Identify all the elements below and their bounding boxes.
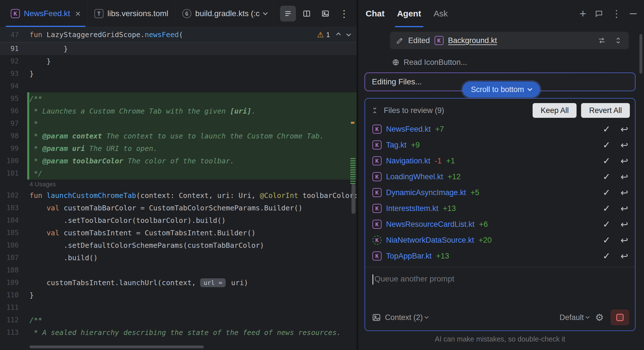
file-link[interactable]: NewsFeed.kt bbox=[386, 125, 431, 134]
code-line: 100 * @param toolbarColor The color of t… bbox=[0, 155, 357, 167]
revert-file-button[interactable]: ↩ bbox=[620, 234, 628, 246]
attach-image-icon[interactable] bbox=[372, 313, 381, 322]
code-line: 109 customTabsIntent.launchUrl(context, … bbox=[0, 276, 357, 289]
model-selector[interactable]: Default bbox=[560, 313, 589, 322]
next-warning-icon[interactable] bbox=[346, 31, 351, 36]
file-review-row[interactable]: KDynamicAsyncImage.kt+5✓↩ bbox=[365, 185, 635, 200]
line-number: 109 bbox=[0, 279, 27, 287]
prev-warning-icon[interactable] bbox=[336, 32, 341, 37]
warning-badge[interactable]: ⚠ 1 bbox=[317, 30, 330, 39]
code-line: 91 } bbox=[0, 42, 357, 55]
file-review-row[interactable]: KLoadingWheel.kt+12✓↩ bbox=[365, 169, 635, 185]
tab-ask[interactable]: Ask bbox=[427, 0, 454, 27]
close-icon[interactable]: × bbox=[75, 9, 80, 18]
collapse-icon[interactable] bbox=[371, 106, 379, 114]
file-link[interactable]: NewsResourceCardList.kt bbox=[386, 220, 474, 229]
kotlin-file-icon: K bbox=[372, 251, 382, 261]
tab-newsfeed[interactable]: K NewsFeed.kt × bbox=[4, 0, 88, 27]
tab-build-gradle[interactable]: G build.gradle.kts (:c bbox=[175, 0, 274, 27]
disclaimer-text: AI can make mistakes, so double-check it bbox=[365, 335, 635, 343]
keep-all-button[interactable]: Keep All bbox=[533, 103, 577, 118]
keep-file-button[interactable]: ✓ bbox=[603, 124, 610, 135]
file-link[interactable]: DynamicAsyncImage.kt bbox=[386, 188, 466, 197]
file-review-row[interactable]: KNewsResourceCardList.kt+6✓↩ bbox=[365, 216, 635, 232]
edited-file-card[interactable]: Edited K Background.kt bbox=[390, 32, 629, 49]
scroll-to-bottom-button[interactable]: Scroll to bottom bbox=[462, 82, 540, 97]
file-review-row[interactable]: KTopAppBar.kt+13✓↩ bbox=[365, 248, 635, 264]
editor-vertical-scrollbar[interactable] bbox=[351, 184, 355, 214]
removed-lines-count: -1 bbox=[435, 157, 442, 165]
revert-file-button[interactable]: ↩ bbox=[620, 187, 628, 198]
file-review-row[interactable]: KTag.kt+9✓↩ bbox=[365, 137, 635, 153]
keep-file-button[interactable]: ✓ bbox=[603, 251, 610, 261]
stop-button[interactable] bbox=[611, 310, 629, 325]
editor-horizontal-scrollbar[interactable] bbox=[29, 345, 204, 348]
file-review-row[interactable]: KNavigation.kt-1+1✓↩ bbox=[365, 153, 635, 169]
file-link[interactable]: NiaNetworkDataSource.kt bbox=[386, 236, 474, 245]
keep-file-button[interactable]: ✓ bbox=[603, 140, 610, 150]
revert-file-button[interactable]: ↩ bbox=[620, 171, 628, 182]
new-chat-icon[interactable]: + bbox=[580, 8, 586, 19]
diff-icon[interactable] bbox=[598, 36, 606, 45]
file-review-row[interactable]: KInterestsItem.kt+13✓↩ bbox=[365, 200, 635, 216]
kotlin-network-file-icon: K bbox=[372, 236, 382, 245]
tab-chat[interactable]: Chat bbox=[366, 0, 391, 27]
list-view-icon[interactable] bbox=[280, 6, 296, 22]
line-number: 110 bbox=[0, 291, 27, 299]
image-preview-icon[interactable] bbox=[317, 6, 333, 22]
revert-all-button[interactable]: Revert All bbox=[581, 103, 630, 118]
file-link[interactable]: LoadingWheel.kt bbox=[386, 172, 443, 181]
editor-pane: K NewsFeed.kt × T libs.versions.toml G b… bbox=[0, 0, 357, 350]
kotlin-file-icon: K bbox=[372, 156, 382, 165]
file-link[interactable]: TopAppBar.kt bbox=[386, 252, 432, 261]
revert-file-button[interactable]: ↩ bbox=[620, 139, 628, 151]
keep-file-button[interactable]: ✓ bbox=[603, 155, 610, 166]
read-step-row[interactable]: Read IconButton... bbox=[392, 56, 635, 69]
line-number: 108 bbox=[0, 266, 27, 274]
revert-file-button[interactable]: ↩ bbox=[620, 219, 628, 230]
conversations-icon[interactable] bbox=[595, 9, 603, 18]
chat-more-options-icon[interactable]: ⋮ bbox=[612, 8, 621, 19]
split-editor-icon[interactable] bbox=[299, 6, 315, 22]
warning-icon: ⚠ bbox=[317, 30, 324, 39]
file-link[interactable]: Navigation.kt bbox=[386, 157, 430, 165]
usages-inlay-hint[interactable]: 4 Usages bbox=[29, 181, 56, 188]
revert-file-button[interactable]: ↩ bbox=[620, 123, 628, 135]
revert-file-button[interactable]: ↩ bbox=[620, 250, 628, 262]
context-selector[interactable]: Context (2) bbox=[385, 313, 428, 322]
keep-file-button[interactable]: ✓ bbox=[603, 171, 610, 182]
tab-agent[interactable]: Agent bbox=[391, 0, 427, 27]
more-options-icon[interactable]: ⋮ bbox=[336, 6, 352, 22]
read-icon bbox=[392, 58, 400, 66]
file-review-row[interactable]: KNiaNetworkDataSource.kt+20✓↩ bbox=[365, 232, 635, 248]
keep-file-button[interactable]: ✓ bbox=[603, 187, 610, 198]
code-editor[interactable]: 91 }92 }93}9495/**96 * Launches a Custom… bbox=[0, 42, 357, 350]
revert-file-button[interactable]: ↩ bbox=[620, 203, 628, 214]
line-number: 92 bbox=[0, 57, 27, 65]
gear-icon[interactable]: ⚙ bbox=[595, 312, 604, 323]
line-number: 113 bbox=[0, 328, 27, 336]
keep-file-button[interactable]: ✓ bbox=[603, 203, 610, 214]
tab-libs-versions[interactable]: T libs.versions.toml bbox=[88, 0, 175, 27]
file-link[interactable]: Tag.kt bbox=[386, 141, 406, 150]
code-line: 99 * @param uri The URI to open. bbox=[0, 142, 357, 155]
code-line: 107 .build() bbox=[0, 251, 357, 264]
prompt-input[interactable]: Queue another prompt bbox=[365, 267, 635, 310]
file-review-row[interactable]: KNewsFeed.kt+7✓↩ bbox=[365, 121, 635, 137]
code-line: 108 bbox=[0, 264, 357, 276]
sticky-line[interactable]: 47 fun LazyStaggeredGridScope.newsFeed( … bbox=[0, 27, 357, 42]
line-number: 107 bbox=[0, 254, 27, 262]
code-line: 92 } bbox=[0, 55, 357, 67]
chat-scrollbar[interactable] bbox=[639, 34, 642, 74]
edited-file-link[interactable]: Background.kt bbox=[448, 36, 497, 45]
revert-file-button[interactable]: ↩ bbox=[620, 155, 628, 167]
file-link[interactable]: InterestsItem.kt bbox=[386, 204, 438, 213]
minimize-icon[interactable] bbox=[630, 13, 637, 14]
keep-file-button[interactable]: ✓ bbox=[603, 235, 610, 246]
chevron-down-icon[interactable] bbox=[263, 10, 268, 15]
model-label: Default bbox=[560, 313, 584, 322]
code-line: 106 .setDefaultColorSchemeParams(customT… bbox=[0, 239, 357, 251]
keep-file-button[interactable]: ✓ bbox=[603, 219, 610, 230]
line-number: 98 bbox=[0, 132, 27, 140]
expand-icon[interactable] bbox=[614, 36, 622, 45]
